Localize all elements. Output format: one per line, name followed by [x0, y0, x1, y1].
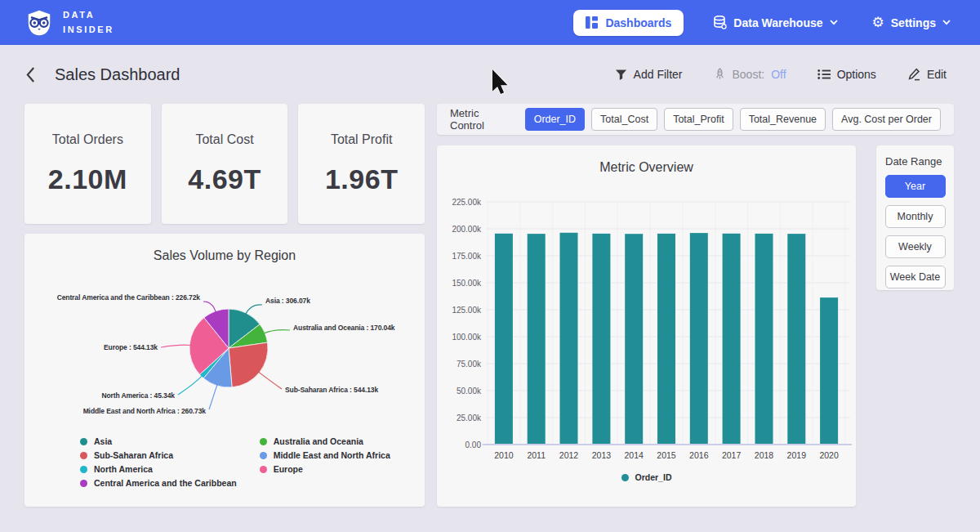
- metric-option-order-id[interactable]: Order_ID: [525, 108, 585, 131]
- legend-dot: [80, 480, 87, 487]
- nav-settings-label: Settings: [891, 16, 936, 29]
- y-tick-label: 225.00k: [452, 198, 482, 207]
- edit-button[interactable]: Edit: [902, 67, 951, 82]
- date-option-week-date[interactable]: Week Date: [885, 266, 946, 288]
- bar-2014[interactable]: [625, 234, 643, 445]
- bar-2018[interactable]: [755, 234, 773, 445]
- pie-callout-label: Central America and the Caribbean : 226.…: [57, 293, 201, 302]
- navbar-menu: Dashboards Data Warehouse ⚙ Settings: [573, 10, 956, 36]
- legend-item-australia-and-oceania[interactable]: Australia and Oceania: [260, 436, 390, 446]
- x-tick-label: 2017: [722, 450, 742, 460]
- app-window: DATA INSIDER Dashboards D: [0, 0, 980, 532]
- brand[interactable]: DATA INSIDER: [24, 8, 114, 38]
- pie-callout-line: [161, 345, 191, 347]
- y-tick-label: 175.00k: [452, 252, 482, 261]
- kpi-card-total-cost: Total Cost4.69T: [162, 104, 288, 224]
- options-button[interactable]: Options: [813, 67, 881, 82]
- kpi-label: Total Orders: [52, 132, 123, 147]
- bar-2013[interactable]: [592, 234, 610, 445]
- pie-callout-line: [178, 375, 203, 395]
- boost-toggle[interactable]: Boost: Off: [709, 67, 791, 82]
- legend-dot: [260, 466, 267, 473]
- pie-legend: AsiaSub-Saharan AfricaNorth AmericaCentr…: [80, 436, 390, 492]
- back-button[interactable]: [23, 64, 38, 86]
- metric-option-total-revenue[interactable]: Total_Revenue: [740, 108, 826, 131]
- pie-callout-label: North America : 45.34k: [101, 391, 175, 400]
- x-tick-label: 2019: [787, 450, 807, 460]
- bar-2015[interactable]: [657, 234, 675, 445]
- metric-option-total-profit[interactable]: Total_Profit: [664, 108, 733, 131]
- legend-item-north-america[interactable]: North America: [80, 464, 237, 474]
- pie-callout-line: [263, 330, 290, 333]
- y-tick-label: 0.00: [466, 440, 482, 449]
- metric-options: Order_IDTotal_CostTotal_ProfitTotal_Reve…: [525, 108, 941, 131]
- date-option-monthly[interactable]: Monthly: [885, 205, 946, 228]
- metric-control-bar: Metric Control Order_IDTotal_CostTotal_P…: [437, 104, 954, 135]
- pie-legend-column: AsiaSub-Saharan AfricaNorth AmericaCentr…: [80, 436, 237, 492]
- bar-2016[interactable]: [690, 233, 708, 445]
- date-option-weekly[interactable]: Weekly: [885, 235, 946, 258]
- legend-dot: [80, 452, 87, 459]
- x-tick-label: 2016: [689, 450, 709, 460]
- page-header: Sales Dashboard Add Filter Boost: Off: [23, 59, 951, 90]
- owl-logo-icon: [24, 8, 54, 38]
- legend-label: Sub-Saharan Africa: [94, 450, 173, 460]
- x-tick-label: 2018: [755, 450, 774, 460]
- legend-dot: [260, 438, 267, 445]
- bar-2011[interactable]: [528, 234, 546, 445]
- x-tick-label: 2010: [494, 450, 514, 460]
- nav-data-warehouse-button[interactable]: Data Warehouse: [708, 15, 842, 30]
- date-range-label: Date Range: [885, 155, 954, 168]
- legend-item-asia[interactable]: Asia: [80, 436, 237, 446]
- legend-label: Europe: [274, 464, 303, 474]
- pie-callout-label: Europe : 544.13k: [104, 343, 158, 351]
- bar-chart-svg: 225.00k200.00k175.00k150.00k125.00k100.0…: [437, 190, 856, 468]
- add-filter-button[interactable]: Add Filter: [610, 67, 688, 82]
- legend-label: Central America and the Caribbean: [94, 478, 237, 488]
- header-actions: Add Filter Boost: Off Options: [610, 67, 951, 82]
- metric-option-total-cost[interactable]: Total_Cost: [591, 108, 657, 131]
- pie-slice-sub-saharan-africa[interactable]: [229, 342, 268, 387]
- kpi-card-total-orders: Total Orders2.10M: [24, 104, 151, 224]
- bar-2020[interactable]: [820, 297, 838, 445]
- nav-settings-button[interactable]: ⚙ Settings: [867, 15, 956, 30]
- legend-item-middle-east-and-north-africa[interactable]: Middle East and North Africa: [260, 450, 390, 460]
- bar-2012[interactable]: [560, 233, 578, 445]
- legend-label: North America: [94, 464, 153, 474]
- pie-callout-line: [245, 305, 262, 315]
- x-tick-label: 2013: [592, 450, 612, 460]
- pie-chart-title: Sales Volume by Region: [24, 248, 425, 263]
- pie-callout-line: [209, 384, 217, 409]
- legend-item-europe[interactable]: Europe: [260, 464, 390, 474]
- database-icon: [713, 16, 727, 29]
- pie-callout-label: Asia : 306.07k: [265, 297, 310, 305]
- kpi-label: Total Cost: [195, 132, 253, 147]
- add-filter-label: Add Filter: [634, 68, 683, 81]
- legend-item-order-id[interactable]: Order_ID: [621, 472, 672, 482]
- metric-option-avg-cost-per-order[interactable]: Avg. Cost per Order: [832, 108, 941, 131]
- chevron-down-icon: [942, 20, 951, 25]
- date-option-year[interactable]: Year: [885, 175, 946, 198]
- bar-chart-card: Metric Overview 225.00k200.00k175.00k150…: [437, 145, 856, 507]
- date-range-options: YearMonthlyWeeklyWeek Date: [876, 175, 954, 288]
- legend-item-sub-saharan-africa[interactable]: Sub-Saharan Africa: [80, 450, 237, 460]
- date-range-panel: Date Range YearMonthlyWeeklyWeek Date: [876, 145, 954, 290]
- bar-2017[interactable]: [723, 234, 741, 445]
- pie-callout-line: [203, 302, 216, 313]
- legend-label: Order_ID: [635, 472, 672, 482]
- nav-dashboards-button[interactable]: Dashboards: [573, 10, 684, 36]
- rocket-icon: [714, 68, 726, 81]
- nav-dashboards-label: Dashboards: [605, 16, 671, 29]
- kpi-value: 4.69T: [188, 163, 261, 195]
- boost-value: Off: [771, 68, 786, 81]
- kpi-label: Total Profit: [331, 132, 393, 147]
- bar-2019[interactable]: [787, 234, 805, 445]
- legend-item-central-america-and-the-caribbean[interactable]: Central America and the Caribbean: [80, 478, 237, 488]
- gear-icon: ⚙: [872, 16, 884, 29]
- bar-2010[interactable]: [495, 234, 513, 445]
- x-tick-label: 2012: [559, 450, 579, 460]
- legend-dot: [260, 452, 267, 459]
- page-title: Sales Dashboard: [55, 65, 180, 84]
- legend-dot: [80, 438, 87, 445]
- legend-label: Middle East and North Africa: [274, 450, 390, 460]
